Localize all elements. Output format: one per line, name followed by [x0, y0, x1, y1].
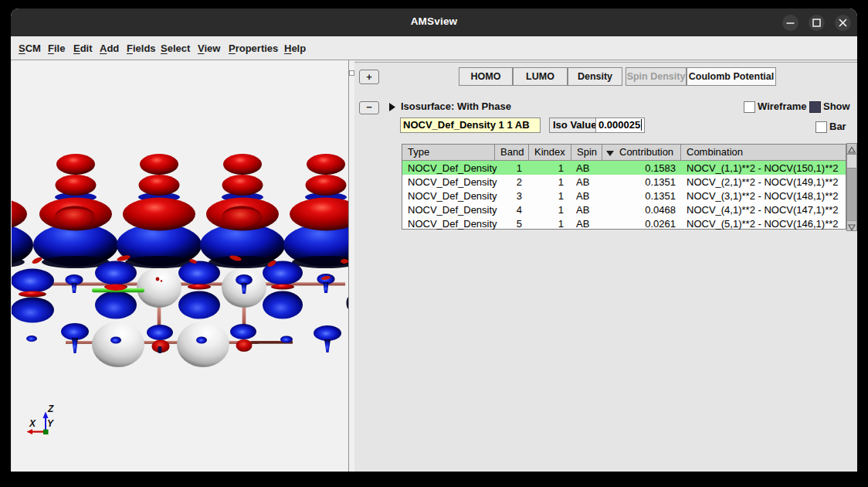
svg-text:Z: Z	[47, 404, 54, 414]
svg-text:X: X	[29, 418, 36, 429]
svg-text:Y: Y	[47, 418, 54, 429]
